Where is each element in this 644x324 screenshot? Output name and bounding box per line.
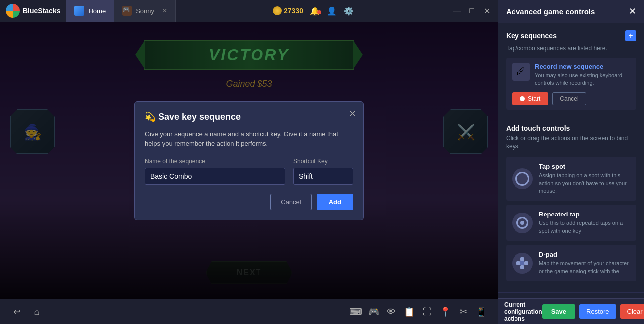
dpad-text: D-pad Map the movement of your character… <box>539 251 630 275</box>
repeated-tap-icon <box>512 213 533 233</box>
keyboard-icon[interactable]: ⌨ <box>349 305 363 319</box>
app-title: BlueStacks <box>23 7 60 15</box>
record-desc: You may also use existing keyboard contr… <box>535 72 630 87</box>
sequence-name-input[interactable] <box>145 168 285 185</box>
panel-bottom: Current configuration actions Save Resto… <box>498 298 644 324</box>
dialog-description: Give your sequence a name and a shortcut… <box>145 129 353 149</box>
tap-spot-desc: Assign tapping on a spot with this actio… <box>539 172 630 195</box>
svg-rect-2 <box>516 261 520 265</box>
start-recording-button[interactable]: Start <box>512 92 548 105</box>
cancel-recording-button[interactable]: Cancel <box>552 92 586 105</box>
tab-home-label: Home <box>88 7 106 15</box>
dialog-title: 💫 Save key sequence <box>145 111 353 122</box>
bottom-toolbar: ↩ ⌂ ⌨ 🎮 👁 📋 ⛶ 📍 ✂ 📱 <box>0 299 498 324</box>
shortcut-label: Shortcut Key <box>293 158 353 165</box>
dpad-item[interactable]: D-pad Map the movement of your character… <box>506 245 636 281</box>
tab-sonny[interactable]: 🎮 Sonny ✕ <box>114 0 176 22</box>
notification-dot <box>317 10 321 14</box>
record-text: Record new sequence You may also use exi… <box>535 63 630 87</box>
add-sequence-button[interactable]: + <box>625 30 636 41</box>
bottom-action-buttons: Save Restore Clear <box>542 304 644 319</box>
coin-display: 27330 <box>273 6 303 15</box>
logo-area: BlueStacks <box>0 4 66 18</box>
panel-title: Advanced game controls <box>506 7 595 16</box>
touch-controls-title: Add touch controls <box>506 124 636 132</box>
record-actions: Start Cancel <box>512 92 630 105</box>
shortcut-field-group: Shortcut Key <box>293 158 353 185</box>
touch-controls-subtitle: Click or drag the actions on the screen … <box>506 134 636 151</box>
bottom-left-controls: ↩ ⌂ <box>10 305 44 319</box>
restore-button[interactable]: Restore <box>579 304 616 319</box>
dialog-fields: Name of the sequence Shortcut Key <box>145 158 353 185</box>
dpad-icon-wrapper <box>512 253 533 274</box>
game-area: BlueStacks Home 🎮 Sonny ✕ 27330 🔔 <box>0 0 498 324</box>
clear-button[interactable]: Clear <box>620 304 644 319</box>
record-card: 🖊 Record new sequence You may also use e… <box>506 58 636 110</box>
profile-icon[interactable]: 👤 <box>326 5 337 16</box>
sonny-tab-icon: 🎮 <box>122 6 132 16</box>
name-label: Name of the sequence <box>145 158 285 165</box>
top-bar: BlueStacks Home 🎮 Sonny ✕ 27330 🔔 <box>0 0 498 22</box>
dpad-desc: Map the movement of your character or th… <box>539 260 630 275</box>
tab-sonny-label: Sonny <box>136 7 154 15</box>
location-icon[interactable]: 📍 <box>438 305 452 319</box>
repeated-tap-circle-icon <box>516 217 528 229</box>
record-title: Record new sequence <box>535 63 630 70</box>
config-actions-label: Current configuration actions <box>504 301 542 322</box>
notification-wrapper: 🔔 <box>309 5 320 16</box>
bluestacks-logo-icon <box>6 4 20 18</box>
svg-rect-0 <box>520 257 524 261</box>
start-dot-icon <box>520 96 525 101</box>
svg-rect-1 <box>520 265 524 269</box>
repeated-tap-text: Repeated tap Use this to add repeated ta… <box>539 211 630 235</box>
save-key-sequence-dialog: 💫 Save key sequence ✕ Give your sequence… <box>134 101 364 220</box>
coin-icon <box>273 6 282 15</box>
camera-icon[interactable]: 👁 <box>385 305 398 319</box>
home-tab-icon <box>74 6 84 16</box>
coin-amount: 27330 <box>284 7 303 15</box>
name-field-group: Name of the sequence <box>145 158 285 185</box>
screenshot-icon[interactable]: 📋 <box>402 305 416 319</box>
maximize-icon[interactable]: □ <box>466 5 477 16</box>
tablet-icon[interactable]: 📱 <box>474 305 488 319</box>
dpad-icon <box>515 256 529 270</box>
right-panel: Advanced game controls ✕ Key sequences +… <box>498 0 644 324</box>
panel-content: Key sequences + Tap/combo sequences are … <box>498 23 644 324</box>
dialog-close-button[interactable]: ✕ <box>349 108 356 119</box>
section-header: Key sequences + <box>506 30 636 41</box>
save-button[interactable]: Save <box>542 304 575 319</box>
dpad-name: D-pad <box>539 251 630 258</box>
window-controls: — □ ✕ <box>451 5 498 16</box>
dialog-actions: Cancel Add <box>145 194 353 210</box>
record-card-top: 🖊 Record new sequence You may also use e… <box>512 63 630 87</box>
bottom-right-controls: ⌨ 🎮 👁 📋 ⛶ 📍 ✂ 📱 <box>349 305 488 319</box>
record-icon: 🖊 <box>512 63 530 81</box>
tap-circle-icon <box>515 172 529 186</box>
repeated-tap-name: Repeated tap <box>539 211 630 218</box>
back-icon[interactable]: ↩ <box>10 305 24 319</box>
touch-controls-section: Add touch controls Click or drag the act… <box>498 117 644 293</box>
top-bar-center: 27330 🔔 👤 ⚙️ <box>176 5 451 16</box>
dialog-overlay: 💫 Save key sequence ✕ Give your sequence… <box>0 22 498 299</box>
gamepad-icon[interactable]: 🎮 <box>367 305 381 319</box>
settings-icon[interactable]: ⚙️ <box>343 5 354 16</box>
minimize-icon[interactable]: — <box>451 5 462 16</box>
home-bottom-icon[interactable]: ⌂ <box>30 305 44 319</box>
dialog-cancel-button[interactable]: Cancel <box>270 194 311 210</box>
tap-spot-text: Tap spot Assign tapping on a spot with t… <box>539 163 630 195</box>
repeated-tap-desc: Use this to add repeated taps on a spot … <box>539 219 630 235</box>
close-icon[interactable]: ✕ <box>481 5 492 16</box>
svg-rect-4 <box>520 261 524 265</box>
dialog-add-button[interactable]: Add <box>317 194 353 210</box>
tab-close-icon[interactable]: ✕ <box>162 7 167 14</box>
tap-spot-name: Tap spot <box>539 163 630 170</box>
resize-icon[interactable]: ⛶ <box>420 305 434 319</box>
repeated-tap-item[interactable]: Repeated tap Use this to add repeated ta… <box>506 205 636 241</box>
panel-close-button[interactable]: ✕ <box>629 6 636 17</box>
tap-spot-item[interactable]: Tap spot Assign tapping on a spot with t… <box>506 157 636 201</box>
tab-home[interactable]: Home <box>66 0 114 22</box>
scissors-icon[interactable]: ✂ <box>456 305 470 319</box>
shortcut-key-input[interactable] <box>293 168 353 185</box>
panel-header: Advanced game controls ✕ <box>498 0 644 23</box>
key-sequences-section: Key sequences + Tap/combo sequences are … <box>498 23 644 117</box>
